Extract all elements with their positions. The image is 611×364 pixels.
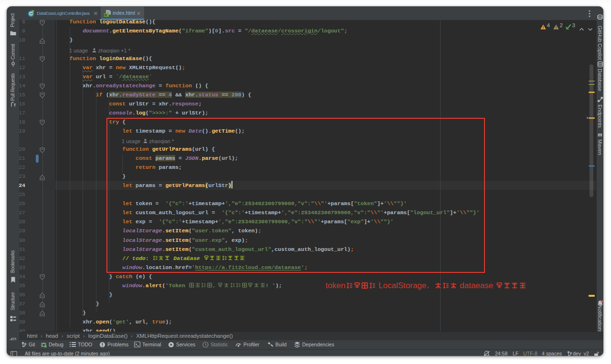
svg-text:H: H	[105, 13, 107, 17]
